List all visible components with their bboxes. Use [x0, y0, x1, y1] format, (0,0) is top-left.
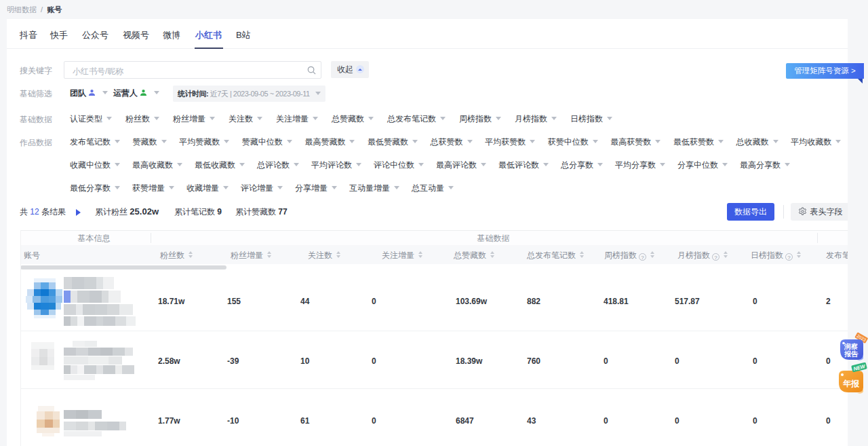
- svg-text:润察: 润察: [844, 343, 858, 350]
- svg-text:年报: 年报: [842, 379, 860, 388]
- svg-text:报告: 报告: [844, 350, 859, 358]
- svg-text:NEW: NEW: [853, 363, 867, 372]
